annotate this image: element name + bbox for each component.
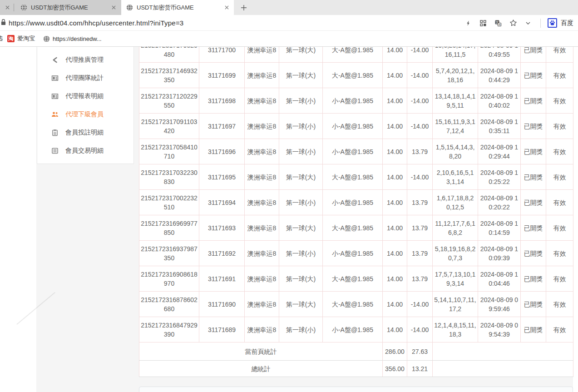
tab-usdt-game-2-active[interactable]: USDT加密货币GAME bbox=[121, 0, 234, 15]
cell-valid: 有效 bbox=[546, 63, 573, 88]
cell-content: 小-A盤@1.985 bbox=[323, 88, 383, 114]
table-row: 215217231714693235031171699澳洲幸运8第一球(大)大-… bbox=[139, 63, 573, 88]
cell-play: 第一球(小) bbox=[279, 241, 323, 266]
bookmarks-bar: 选淘爱淘宝https://destinedw... bbox=[0, 31, 578, 47]
cell-order-no: 2152172316969977850 bbox=[139, 215, 199, 241]
cell-status: 已開獎 bbox=[521, 47, 546, 63]
qr-grid-icon[interactable] bbox=[479, 18, 488, 28]
cell-game: 澳洲幸运8 bbox=[245, 164, 279, 190]
cell-period: 31171695 bbox=[199, 164, 245, 190]
url-text[interactable]: https://www.usdt04.com/hhcp/usercenter.h… bbox=[9, 19, 183, 27]
cell-valid: 有效 bbox=[546, 164, 573, 190]
cell-order-no: 2152172317002232510 bbox=[139, 190, 199, 215]
cell-play: 第一球(小) bbox=[279, 88, 323, 114]
cell-valid: 有效 bbox=[546, 114, 573, 139]
table-row: 215217231687860268031171690澳洲幸运8第一球(大)大-… bbox=[139, 292, 573, 317]
cell-order-no: 2152172316937987350 bbox=[139, 241, 199, 266]
cell-status: 已開獎 bbox=[521, 190, 546, 215]
cell-result: 15,16,11,9,3,17,12,4 bbox=[433, 114, 478, 139]
sidebar-item[interactable]: 代理下級會員 bbox=[37, 105, 133, 124]
address-bar[interactable]: https://www.usdt04.com/hhcp/usercenter.h… bbox=[0, 15, 578, 31]
summary-row: 總統計356.0013.21 bbox=[139, 361, 573, 377]
tab-usdt-game-1[interactable]: USDT加密货币GAME bbox=[15, 0, 121, 15]
cell-game: 澳洲幸运8 bbox=[245, 88, 279, 114]
cell-play: 第一球(大) bbox=[279, 215, 323, 241]
cell-win-loss: 13.79 bbox=[407, 139, 433, 164]
cell-time: 2024-08-09 10:29:44 bbox=[478, 139, 521, 164]
cell-amount: 14.00 bbox=[383, 215, 407, 241]
baidu-button[interactable]: 百度 bbox=[548, 15, 573, 31]
table-row: 215217231684792939031171689澳洲幸运8第一球(小)小-… bbox=[139, 317, 573, 342]
new-tab-button[interactable] bbox=[238, 2, 250, 13]
sidebar-item[interactable]: 會員投註明細 bbox=[37, 124, 133, 142]
cell-amount: 14.00 bbox=[383, 88, 407, 114]
sidebar-item-label: 會員交易明細 bbox=[65, 147, 104, 155]
cell-result: 11,12,17,7,6,16,8,2 bbox=[433, 215, 478, 241]
cell-result: 12,1,4,8,15,11,18,3 bbox=[433, 317, 478, 342]
cell-status: 已開獎 bbox=[521, 241, 546, 266]
cell-play: 第一球(大) bbox=[279, 292, 323, 317]
close-icon[interactable] bbox=[109, 3, 118, 12]
sidebar-item[interactable]: 會員交易明細 bbox=[37, 142, 133, 160]
cell-win-loss: -14.00 bbox=[407, 164, 433, 190]
cell-status: 已開獎 bbox=[521, 215, 546, 241]
clipboard-icon bbox=[51, 129, 59, 137]
cell-game: 澳洲幸运8 bbox=[245, 266, 279, 292]
cell-amount: 14.00 bbox=[383, 63, 407, 88]
toolbar-separator bbox=[540, 19, 541, 28]
cell-play: 第一球(大) bbox=[279, 164, 323, 190]
sidebar-item[interactable]: 代理團隊統計 bbox=[37, 69, 133, 87]
close-icon[interactable] bbox=[222, 3, 231, 12]
bookmark-item[interactable]: https://destinedw... bbox=[43, 35, 102, 42]
cell-order-no: 2152172317179520480 bbox=[139, 47, 199, 63]
cell-order-no: 2152172316878602680 bbox=[139, 292, 199, 317]
cell-time: 2024-08-09 09:59:46 bbox=[478, 292, 521, 317]
translate-icon[interactable]: 文a bbox=[494, 18, 503, 28]
users-icon bbox=[51, 111, 59, 119]
cell-status: 已開獎 bbox=[521, 139, 546, 164]
table-row: 215217231705841071031171696澳洲幸运8第一球(小)小-… bbox=[139, 139, 573, 164]
cell-amount: 14.00 bbox=[383, 114, 407, 139]
address-bar-actions: 文a bbox=[464, 15, 543, 31]
report-icon bbox=[51, 74, 59, 82]
star-icon[interactable] bbox=[509, 18, 518, 28]
cell-win-loss: 13.79 bbox=[407, 241, 433, 266]
share-icon bbox=[51, 56, 59, 64]
bookmark-label: https://destinedw... bbox=[53, 35, 102, 42]
report-icon bbox=[51, 93, 59, 100]
cell-game: 澳洲幸运8 bbox=[245, 317, 279, 342]
cell-win-loss: 13.79 bbox=[407, 266, 433, 292]
cell-period: 31171698 bbox=[199, 88, 245, 114]
bookmark-item[interactable]: 选 bbox=[0, 35, 3, 43]
cell-status: 已開獎 bbox=[521, 164, 546, 190]
cell-result: 10,6,20,14,17,16,11,5 bbox=[433, 47, 478, 63]
cell-order-no: 2152172317091103420 bbox=[139, 114, 199, 139]
summary-label: 當前頁統計 bbox=[139, 342, 383, 361]
cell-period: 31171697 bbox=[199, 114, 245, 139]
cell-time: 2024-08-09 10:49:55 bbox=[478, 47, 521, 63]
sidebar-item[interactable]: 代理報表明細 bbox=[37, 87, 133, 105]
cell-valid: 有效 bbox=[546, 190, 573, 215]
cell-period: 31171694 bbox=[199, 190, 245, 215]
baidu-paw-icon bbox=[548, 18, 557, 28]
browser-window: USDT加密货币GAME USDT加密货币GAME https://www.us… bbox=[0, 0, 578, 392]
cell-valid: 有效 bbox=[546, 88, 573, 114]
summary-row: 當前頁統計286.0027.63 bbox=[139, 342, 573, 361]
chevron-down-icon[interactable] bbox=[524, 18, 533, 28]
cell-result: 5,18,19,16,8,20,7,3 bbox=[433, 241, 478, 266]
table-row: 215217231703223083031171695澳洲幸运8第一球(大)大-… bbox=[139, 164, 573, 190]
bookmark-item[interactable]: 淘爱淘宝 bbox=[7, 35, 35, 43]
sidebar-item[interactable]: 代理推廣管理 bbox=[37, 51, 133, 69]
flash-icon[interactable] bbox=[464, 18, 473, 28]
cell-order-no: 2152172317120229550 bbox=[139, 88, 199, 114]
sidebar-item-label: 代理團隊統計 bbox=[65, 74, 104, 82]
cell-win-loss: -14.00 bbox=[407, 63, 433, 88]
cell-content: 小-A盤@1.985 bbox=[323, 190, 383, 215]
cell-win-loss: -14.00 bbox=[407, 47, 433, 63]
sidebar-item-label: 代理下級會員 bbox=[65, 110, 104, 119]
summary-empty bbox=[433, 361, 573, 377]
cell-content: 小-A盤@1.985 bbox=[323, 241, 383, 266]
close-icon[interactable] bbox=[3, 3, 12, 12]
cell-status: 已開獎 bbox=[521, 88, 546, 114]
table-row: 215217231712022955031171698澳洲幸运8第一球(小)小-… bbox=[139, 88, 573, 114]
